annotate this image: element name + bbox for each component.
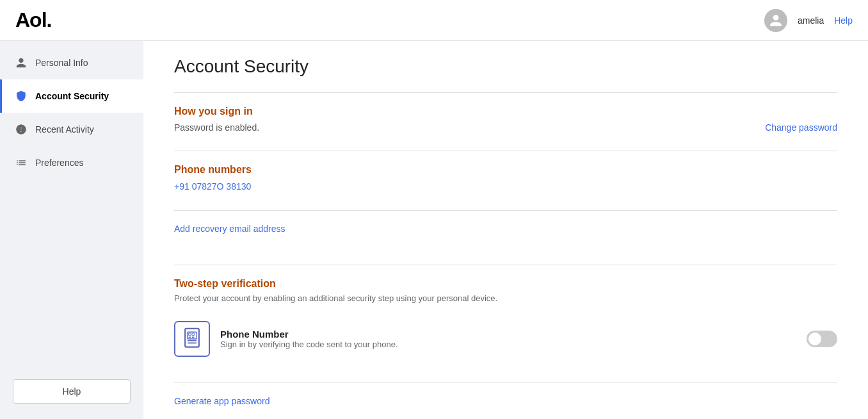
- sidebar-item-personal-info[interactable]: Personal Info: [0, 46, 143, 79]
- sidebar-item-recent-activity[interactable]: Recent Activity: [0, 113, 143, 146]
- sidebar: Personal Info Account Security Recent Ac…: [0, 41, 143, 419]
- two-step-heading: Two-step verification: [174, 278, 837, 290]
- sidebar-item-account-security-label: Account Security: [35, 91, 109, 101]
- avatar: [764, 9, 787, 32]
- password-status: Password is enabled.: [174, 122, 259, 133]
- page-title: Account Security: [174, 56, 837, 77]
- phone-verification-icon-box: [174, 321, 210, 357]
- phone-heading: Phone numbers: [174, 164, 837, 176]
- phone-number-value: +91 07827O 38130: [174, 181, 251, 192]
- sidebar-item-recent-activity-label: Recent Activity: [35, 124, 94, 135]
- phone-section: Phone numbers +91 07827O 38130: [174, 164, 837, 205]
- phone-verification-desc: Sign in by verifying the code sent to yo…: [220, 340, 796, 349]
- svg-rect-5: [192, 336, 195, 338]
- change-password-link[interactable]: Change password: [765, 122, 837, 133]
- shield-icon: [15, 90, 28, 103]
- generate-app-password-link[interactable]: Generate app password: [174, 396, 837, 406]
- clock-icon: [15, 123, 28, 136]
- main-layout: Personal Info Account Security Recent Ac…: [0, 41, 868, 419]
- content-area: Account Security How you sign in Passwor…: [143, 41, 868, 419]
- list-icon: [15, 156, 28, 169]
- person-icon: [15, 56, 28, 69]
- header-help-link[interactable]: Help: [834, 15, 853, 26]
- divider-3: [174, 210, 837, 211]
- sign-in-section: How you sign in Password is enabled. Cha…: [174, 106, 837, 145]
- phone-verification-toggle[interactable]: [807, 331, 837, 347]
- recovery-email-section: Add recovery email address: [174, 224, 837, 259]
- divider-4: [174, 265, 837, 265]
- sidebar-help-button[interactable]: Help: [13, 379, 131, 404]
- app-password-section: Generate app password: [174, 396, 837, 419]
- phone-verification-card: Phone Number Sign in by verifying the co…: [174, 313, 837, 365]
- header: Aol. amelia Help: [0, 0, 868, 41]
- sidebar-item-preferences[interactable]: Preferences: [0, 146, 143, 179]
- sidebar-item-preferences-label: Preferences: [35, 158, 83, 168]
- svg-rect-2: [189, 333, 191, 336]
- svg-rect-3: [192, 333, 195, 336]
- sidebar-item-account-security[interactable]: Account Security: [0, 79, 143, 113]
- two-step-description: Protect your account by enabling an addi…: [174, 293, 837, 303]
- sidebar-item-personal-info-label: Personal Info: [35, 58, 88, 68]
- svg-rect-7: [188, 342, 197, 343]
- divider-2: [174, 151, 837, 151]
- username-label: amelia: [798, 15, 824, 26]
- header-right: amelia Help: [764, 9, 853, 32]
- sign-in-row: Password is enabled. Change password: [174, 122, 837, 133]
- sign-in-heading: How you sign in: [174, 106, 837, 117]
- phone-verification-name: Phone Number: [220, 329, 796, 340]
- phone-verification-info: Phone Number Sign in by verifying the co…: [220, 329, 796, 349]
- divider-5: [174, 382, 837, 383]
- svg-rect-6: [188, 340, 197, 341]
- two-step-section: Two-step verification Protect your accou…: [174, 278, 837, 377]
- aol-logo: Aol.: [15, 8, 51, 32]
- add-recovery-email-link[interactable]: Add recovery email address: [174, 224, 837, 234]
- divider-1: [174, 92, 837, 93]
- sidebar-help-section: Help: [13, 379, 131, 404]
- svg-rect-4: [189, 336, 191, 338]
